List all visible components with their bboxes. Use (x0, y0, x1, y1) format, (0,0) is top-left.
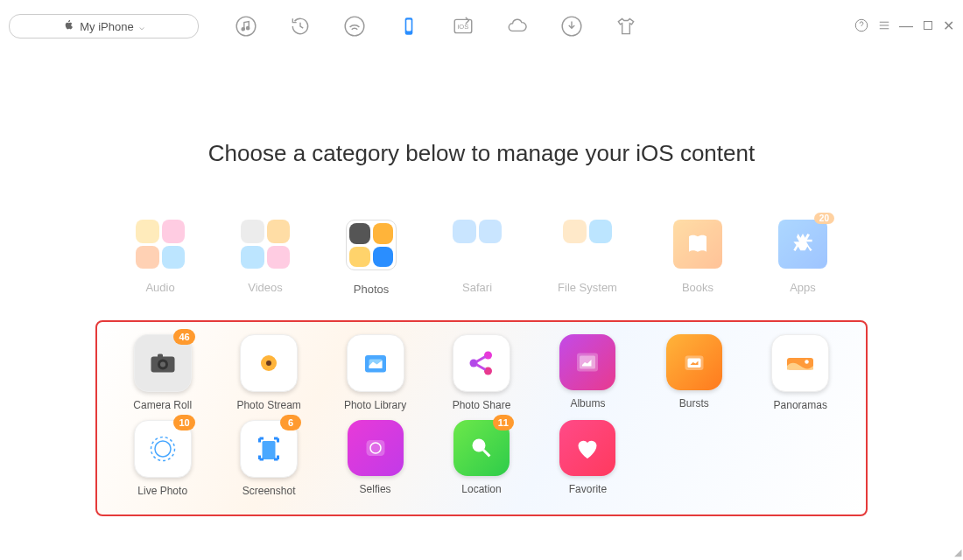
category-audio[interactable]: Audio (136, 220, 185, 296)
close-icon[interactable]: ✕ (943, 19, 954, 33)
svg-rect-10 (924, 21, 932, 29)
sub-live-photo[interactable]: 10Live Photo (111, 420, 214, 497)
sub-label: Screenshot (243, 485, 296, 497)
category-label: Safari (462, 281, 492, 294)
subcategory-grid: 46Camera RollPhoto StreamPhoto LibraryPh… (109, 334, 854, 497)
category-row: AudioVideosPhotosSafariFile SystemBooksA… (0, 220, 963, 296)
minimize-icon[interactable]: — (899, 19, 913, 33)
wifi-icon[interactable] (342, 14, 367, 38)
download-icon[interactable] (559, 14, 584, 38)
svg-point-2 (247, 27, 250, 30)
menu-icon[interactable] (876, 18, 892, 36)
device-name: My iPhone (80, 20, 133, 33)
sub-albums[interactable]: Albums (536, 334, 639, 411)
svg-rect-27 (580, 356, 595, 369)
sub-photo-library[interactable]: Photo Library (324, 334, 427, 411)
svg-rect-5 (406, 19, 411, 31)
chevron-down-icon: ⌵ (139, 22, 144, 32)
sub-selfies[interactable]: Selfies (324, 420, 427, 497)
badge: 20 (814, 213, 834, 224)
sub-photo-share[interactable]: Photo Share (430, 334, 533, 411)
maximize-icon[interactable] (920, 18, 936, 36)
category-videos[interactable]: Videos (241, 220, 290, 296)
page-title: Choose a category below to manage your i… (0, 140, 963, 167)
svg-rect-40 (482, 449, 491, 458)
sub-camera-roll[interactable]: 46Camera Roll (111, 334, 214, 411)
category-label: File System (558, 281, 617, 294)
photo-share-icon (453, 334, 510, 392)
apple-icon (63, 19, 74, 33)
svg-point-0 (236, 17, 256, 36)
svg-point-20 (266, 360, 271, 366)
sub-label: Photo Share (453, 399, 511, 411)
badge: 6 (280, 415, 301, 430)
albums-icon (559, 334, 615, 390)
category-filesystem[interactable]: File System (558, 220, 617, 296)
cloud-icon[interactable] (505, 14, 530, 38)
favorite-icon (559, 420, 615, 476)
sub-favorite[interactable]: Favorite (536, 420, 639, 497)
category-books[interactable]: Books (673, 220, 722, 296)
badge: 10 (173, 415, 194, 430)
sub-screenshot[interactable]: 6Screenshot (217, 420, 320, 497)
toolbar: My iPhone ⌵ iOS — ✕ (0, 0, 963, 52)
category-apps[interactable]: Apps20 (778, 220, 827, 296)
sub-label: Panoramas (774, 399, 827, 411)
toolbar-mode-icons: iOS (234, 14, 638, 38)
svg-rect-35 (263, 441, 276, 459)
subcategory-panel: 46Camera RollPhoto StreamPhoto LibraryPh… (95, 320, 868, 516)
music-icon[interactable] (234, 14, 258, 38)
sub-label: Albums (570, 397, 605, 410)
photo-library-icon (347, 334, 404, 392)
svg-point-3 (345, 17, 364, 36)
help-icon[interactable] (854, 18, 869, 36)
category-label: Books (682, 281, 713, 294)
shirt-icon[interactable] (614, 14, 638, 38)
sub-label: Camera Roll (133, 399, 192, 411)
sub-label: Live Photo (137, 485, 187, 497)
category-label: Videos (248, 281, 283, 294)
sub-label: Photo Stream (236, 399, 300, 411)
svg-point-13 (160, 362, 165, 368)
sub-location[interactable]: 11Location (430, 420, 533, 497)
svg-text:iOS: iOS (458, 23, 469, 31)
phone-icon[interactable] (397, 14, 421, 38)
resize-grip[interactable]: ◢ (954, 547, 961, 558)
bursts-icon (666, 334, 722, 390)
category-label: Apps (790, 281, 816, 294)
ios-icon[interactable]: iOS (451, 14, 475, 38)
category-photos[interactable]: Photos (346, 220, 397, 296)
svg-rect-14 (158, 354, 163, 359)
window-controls: — ✕ (854, 18, 954, 36)
svg-point-33 (155, 441, 171, 457)
sub-label: Favorite (569, 483, 607, 495)
category-label: Audio (145, 281, 174, 294)
sub-photo-stream[interactable]: Photo Stream (217, 334, 320, 411)
svg-point-1 (242, 28, 244, 31)
svg-point-31 (805, 360, 810, 364)
selfies-icon (348, 420, 404, 476)
sub-bursts[interactable]: Bursts (643, 334, 746, 411)
sub-label: Location (461, 483, 501, 495)
sub-panoramas[interactable]: Panoramas (749, 334, 852, 411)
badge: 11 (493, 415, 514, 430)
sub-label: Selfies (360, 483, 391, 495)
sub-label: Photo Library (344, 399, 406, 411)
device-selector[interactable]: My iPhone ⌵ (9, 14, 199, 38)
history-icon[interactable] (288, 14, 313, 38)
category-safari[interactable]: Safari (453, 220, 502, 296)
sub-label: Bursts (679, 397, 709, 410)
badge: 46 (173, 329, 194, 345)
panoramas-icon (771, 334, 829, 392)
photo-stream-icon (240, 334, 298, 392)
